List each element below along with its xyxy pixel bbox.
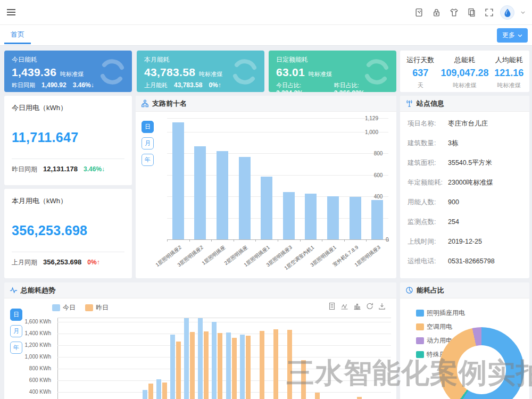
trend-bar-today: [212, 322, 217, 399]
compare-label: 上月同期: [12, 258, 37, 267]
trend-bar-yesterday: [315, 393, 320, 399]
legend-item-today[interactable]: 今日: [52, 303, 76, 312]
chevron-down-icon: [518, 34, 522, 37]
card-title: 本月用电（kWh）: [12, 196, 124, 206]
compare-value: 356,253.698: [43, 258, 81, 266]
kpi-unit: 吨标准煤: [60, 70, 84, 78]
branch-period-month-button[interactable]: 月: [142, 137, 154, 149]
legend-item-lighting[interactable]: 照明插座用电: [416, 309, 465, 318]
y-axis-line: [57, 318, 58, 399]
gridline: [57, 357, 391, 358]
gridline: [57, 369, 391, 369]
branch-bar: [371, 200, 383, 239]
gridline: [57, 322, 391, 322]
energy-trend-panel: 总能耗趋势 今日 昨日 日 月 年 0 KWh200 KWh400 KWh600…: [4, 282, 396, 399]
download-icon[interactable]: [378, 302, 386, 310]
bar-chart-icon[interactable]: [353, 302, 361, 310]
chart-toolbox: [328, 302, 386, 310]
y-axis-label: 600: [374, 172, 383, 178]
y-axis-label: 1,600 KWh: [25, 319, 51, 325]
trend-bar-yesterday: [162, 383, 167, 399]
kpi-card-daily-quota-energy: 日定额能耗 63.01 吨标准煤 今日占比: 2,284.2% 昨日占比: 2,…: [269, 51, 396, 92]
y-axis-label: 1,000 KWh: [25, 354, 51, 360]
tab-home[interactable]: 首页: [4, 25, 31, 44]
x-axis-tick: [344, 239, 345, 242]
branch-period-day-button[interactable]: 日: [142, 121, 154, 133]
lock-icon[interactable]: [430, 6, 443, 19]
trend-bar-yesterday: [287, 330, 292, 399]
x-axis-tick: [278, 239, 278, 242]
legend-swatch: [85, 304, 93, 311]
summary-stats-card: 运行天数 637 天 总能耗 109,047.28 吨标准煤 人均能耗 121.…: [400, 51, 529, 92]
trend-bar-today: [170, 335, 175, 399]
branch-period-year-button[interactable]: 年: [142, 154, 154, 166]
trend-bar-today: [240, 335, 245, 399]
more-button[interactable]: 更多: [497, 28, 528, 43]
site-row-label: 用能人数:: [408, 198, 446, 207]
kpi-ratio1-value: 2,284.2%: [276, 89, 303, 92]
kpi-value: 63.01: [276, 66, 305, 79]
gridline: [57, 380, 391, 381]
legend-label: 昨日: [96, 303, 109, 312]
kpi-value: 1,439.36: [12, 66, 56, 79]
menu-toggle-button[interactable]: [6, 9, 16, 16]
kpi-compare-value: 1,490.92: [41, 81, 66, 89]
change-percent: 0%↑: [87, 259, 99, 266]
compare-label: 昨日同期: [12, 165, 37, 174]
trend-bar-today: [184, 318, 189, 399]
site-row-value: 35540.5平方米: [448, 159, 492, 167]
kpi-change: 3.46%↓: [73, 81, 94, 89]
gridline: [167, 118, 388, 119]
refresh-icon[interactable]: [366, 302, 373, 310]
user-avatar[interactable]: [500, 5, 514, 20]
trend-bar-yesterday: [148, 384, 153, 399]
branch-bar: [194, 146, 206, 239]
branch-bar: [172, 122, 184, 239]
documents-icon[interactable]: [465, 6, 478, 19]
stat-running-days: 运行天数 637 天: [400, 51, 440, 92]
branch-top10-panel: 支路前十名 日 月 年 02004006008001,0001,1291层照明插…: [136, 96, 396, 278]
panel-title: 总能耗趋势: [21, 286, 55, 295]
y-axis-label: 600 KWh: [29, 377, 51, 383]
legend-item-hvac[interactable]: 空调用电: [416, 322, 465, 331]
y-axis-label: 400 KWh: [29, 389, 51, 395]
legend-label: 空调用电: [427, 322, 452, 331]
branch-bar: [283, 192, 295, 239]
branch-bar: [327, 196, 339, 239]
legend-item-yesterday[interactable]: 昨日: [85, 303, 109, 312]
line-chart-icon[interactable]: [340, 302, 348, 310]
trend-bar-yesterday: [246, 336, 251, 399]
kpi-unit: 吨标准煤: [309, 70, 332, 78]
stat-value: 637: [400, 68, 440, 79]
dashboard-page: 首页 更多 今日能耗 1,439.36 吨标准煤 昨日同期 1,490.92 3…: [0, 0, 532, 399]
toolbox-icon[interactable]: [412, 6, 425, 19]
legend-swatch: [52, 304, 60, 311]
legend-swatch: [416, 351, 424, 358]
site-row-label: 年定额能耗:: [408, 178, 446, 187]
user-menu-chevron-icon[interactable]: [519, 6, 527, 19]
branch-bar: [305, 194, 317, 239]
trend-bar-yesterday: [260, 331, 264, 399]
y-axis-label: 1,129: [365, 115, 378, 121]
branch-bar: [239, 157, 251, 240]
gridline: [57, 345, 391, 346]
panel-title: 支路前十名: [152, 99, 187, 109]
refresh-arrows-icon: [362, 57, 391, 86]
trend-bar-today: [143, 390, 147, 399]
trend-bar-today: [156, 379, 161, 399]
tabbar: 首页 更多: [0, 25, 532, 46]
site-row-value: 0531-82665798: [448, 257, 495, 265]
pie-chart-icon: [405, 286, 413, 294]
trend-bar-today: [198, 318, 203, 399]
x-axis-tick: [167, 239, 168, 242]
data-view-icon[interactable]: [328, 302, 336, 310]
site-row-label: 建筑数量:: [408, 139, 446, 148]
theme-skin-icon[interactable]: [447, 6, 460, 19]
site-row-value: 254: [448, 218, 459, 226]
fullscreen-icon[interactable]: [483, 6, 495, 19]
site-row-value: 枣庄市台儿庄: [448, 120, 488, 127]
antenna-icon: [405, 99, 413, 107]
branch-bar: [217, 151, 228, 239]
x-axis-tick: [255, 239, 256, 242]
stat-unit: 天: [400, 81, 440, 89]
